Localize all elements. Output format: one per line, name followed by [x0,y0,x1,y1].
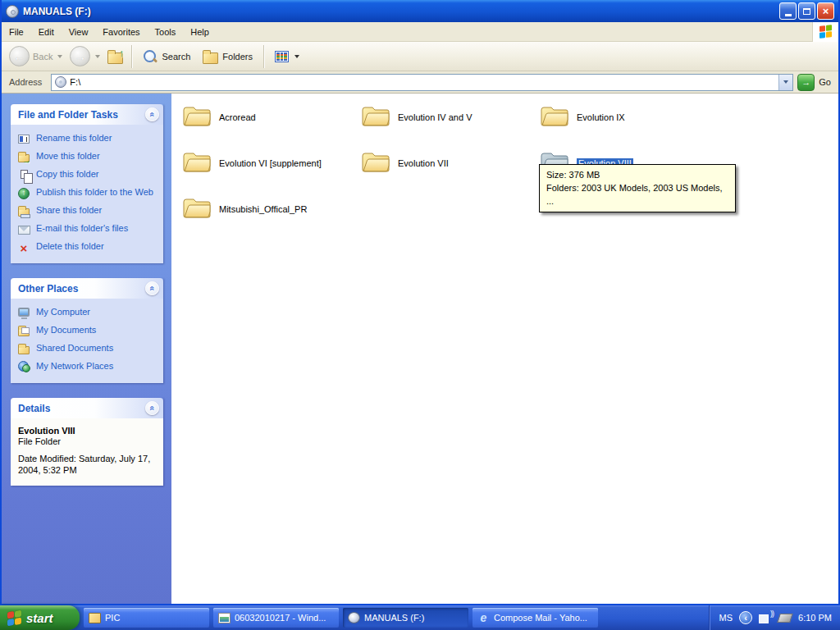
place-label[interactable]: My Network Places [36,361,113,372]
task-label[interactable]: Delete this folder [36,241,104,253]
menu-favorites[interactable]: Favorites [95,24,147,40]
link-my-network-places[interactable]: My Network Places [16,358,158,377]
go-button[interactable]: → [797,74,815,91]
task-share-folder[interactable]: Share this folder [16,203,158,221]
restore-icon [803,8,810,15]
minimize-icon [785,14,792,16]
folder-label[interactable]: Evolution VII [398,158,449,168]
task-label[interactable]: Share this folder [36,205,102,217]
task-label[interactable]: Copy this folder [36,169,98,180]
folder-label[interactable]: Evolution IX [577,112,625,122]
details-folder-type: File Folder [18,436,156,446]
address-combo[interactable]: F:\ [51,74,793,91]
views-button[interactable] [270,48,304,65]
folder-icon [362,103,390,126]
forward-button[interactable]: → [67,44,103,68]
task-email-files[interactable]: E-mail this folder's files [16,221,158,239]
collapse-panel-button[interactable]: « [145,281,159,295]
search-button[interactable]: Search [138,47,195,66]
collapse-panel-button[interactable]: « [145,401,159,415]
task-label[interactable]: E-mail this folder's files [36,223,128,235]
folder-item-evolution-vii[interactable]: Evolution VII [360,148,534,185]
folder-item-evolution-vi-supplement[interactable]: Evolution VI [supplement] [181,148,355,185]
chevron-up-icon: « [148,285,157,290]
menu-tools[interactable]: Tools [148,24,184,40]
address-dropdown-button[interactable] [778,75,792,90]
start-button[interactable]: start [0,605,80,630]
close-button[interactable]: × [817,2,834,20]
task-label: PIC [105,613,120,623]
task-publish-folder[interactable]: Publish this folder to the Web [16,185,158,203]
folder-icon [89,613,101,623]
folder-item-mitsubishi-offical-pr[interactable]: Mitsubishi_Offical_PR [181,194,355,231]
folder-item-acroread[interactable]: Acroread [181,102,355,139]
folder-item-evolution-iv-and-v[interactable]: Evolution IV and V [360,102,534,139]
other-places-header[interactable]: Other Places « [11,278,163,299]
task-delete-folder[interactable]: × Delete this folder [16,239,158,257]
address-bar: Address F:\ → Go [2,71,838,94]
folder-item-evolution-ix[interactable]: Evolution IX [539,102,713,139]
link-my-computer[interactable]: My Computer [16,304,158,322]
share-folder-icon [18,208,30,217]
computer-icon [18,308,30,317]
taskbar-button-image-viewer[interactable]: 06032010217 - Wind... [213,608,339,628]
back-button[interactable]: ← Back [7,44,65,68]
task-move-folder[interactable]: Move this folder [16,148,158,167]
folder-label[interactable]: Acroread [219,112,256,122]
address-value[interactable]: F:\ [70,77,80,87]
window-title: MANUALS (F:) [23,6,91,17]
task-label: Compose Mail - Yaho... [494,613,587,623]
task-label[interactable]: Move this folder [36,151,100,162]
folder-view[interactable]: Acroread Evolution IV and V Evolution IX… [171,94,838,604]
up-button[interactable]: ↑ [105,48,126,66]
details-panel: Details « Evolution VIII File Folder Dat… [11,398,163,486]
task-label: 06032010217 - Wind... [235,613,326,623]
folders-button[interactable]: Folders [198,47,258,66]
system-tray: MS ‹ 6:10 PM [709,605,840,630]
forward-dropdown-icon[interactable] [95,55,100,58]
taskbar-button-manuals-active[interactable]: MANUALS (F:) [343,608,468,628]
details-date-modified: Date Modified: Saturday, July 17, 2004, … [18,453,156,477]
menu-file[interactable]: File [2,24,31,40]
touchpad-icon[interactable] [777,614,793,623]
folder-label[interactable]: Evolution IV and V [398,112,472,122]
folder-icon [541,103,568,126]
menu-help[interactable]: Help [183,24,217,40]
tooltip-folders-line: Folders: 2003 UK Models, 2003 US Models,… [546,181,728,208]
folder-label[interactable]: Mitsubishi_Offical_PR [219,204,307,214]
taskbar: start PIC 06032010217 - Wind... MANUALS … [0,605,840,630]
toolbar-separator [131,45,132,68]
title-bar: MANUALS (F:) × [2,0,838,22]
menu-edit[interactable]: Edit [31,24,62,40]
task-copy-folder[interactable]: Copy this folder [16,167,158,185]
place-label[interactable]: My Computer [36,307,90,318]
place-label[interactable]: My Documents [36,325,96,336]
taskbar-button-pic[interactable]: PIC [84,608,209,628]
menu-view[interactable]: View [62,24,96,40]
taskbar-button-compose-mail[interactable]: e Compose Mail - Yaho... [472,608,598,628]
link-my-documents[interactable]: My Documents [16,322,158,340]
folders-icon [203,52,218,64]
folder-label[interactable]: Evolution VI [supplement] [219,158,322,168]
hide-tray-icons-button[interactable]: ‹ [739,611,752,624]
search-icon [143,49,158,64]
file-and-folder-tasks-panel: File and Folder Tasks « Rename this fold… [11,104,163,263]
folder-icon [183,103,211,126]
minimize-button[interactable] [779,2,797,20]
close-icon: × [823,6,829,16]
task-rename-folder[interactable]: Rename this folder [16,130,158,148]
restore-button[interactable] [798,2,815,20]
chevron-down-icon [783,80,788,84]
details-header[interactable]: Details « [11,398,163,418]
folder-info-tooltip: Size: 376 MB Folders: 2003 UK Models, 20… [539,164,736,212]
place-label[interactable]: Shared Documents [36,343,113,354]
file-tasks-header[interactable]: File and Folder Tasks « [11,104,163,125]
forward-arrow-icon: → [70,46,90,66]
network-signal-icon[interactable] [759,613,772,623]
task-label: MANUALS (F:) [364,613,424,623]
task-label[interactable]: Rename this folder [36,133,112,144]
link-shared-documents[interactable]: Shared Documents [16,340,158,358]
task-label[interactable]: Publish this folder to the Web [36,187,153,199]
collapse-panel-button[interactable]: « [145,107,159,121]
back-dropdown-icon[interactable] [57,55,62,58]
